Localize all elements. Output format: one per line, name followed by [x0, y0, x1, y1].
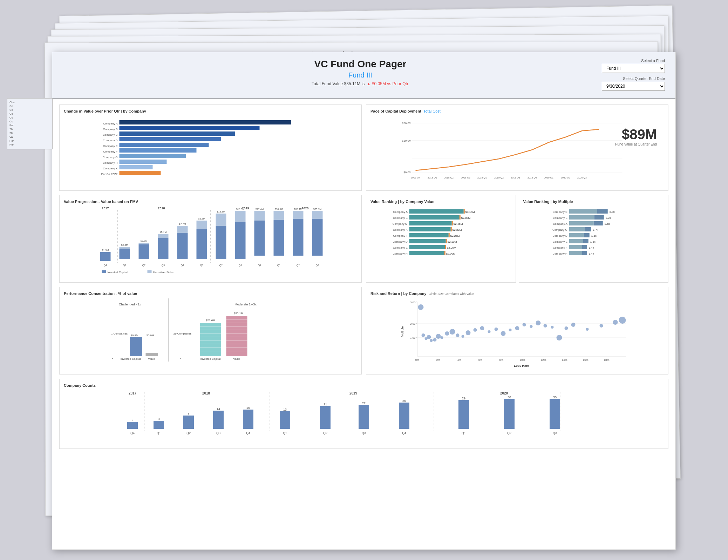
svg-point-242 — [544, 324, 547, 328]
svg-text:Company B: Company B — [552, 216, 567, 220]
svg-rect-64 — [197, 229, 207, 259]
svg-text:Company A: Company A — [553, 222, 567, 225]
svg-text:16%: 16% — [583, 358, 588, 362]
svg-text:2019 Q4: 2019 Q4 — [528, 176, 537, 179]
change-in-value-panel: Change in Value over Prior Qtr | by Comp… — [59, 104, 362, 191]
svg-text:Q4: Q4 — [181, 264, 184, 267]
svg-point-222 — [427, 335, 431, 339]
svg-rect-158 — [582, 251, 587, 255]
svg-text:Q4: Q4 — [258, 264, 261, 267]
svg-text:Company G: Company G — [103, 156, 118, 159]
svg-text:2019: 2019 — [349, 391, 358, 395]
svg-rect-45 — [100, 252, 111, 261]
svg-text:Company F: Company F — [393, 234, 407, 237]
svg-rect-286 — [458, 400, 469, 429]
svg-text:Q3: Q3 — [162, 264, 165, 267]
svg-text:$13.3M: $13.3M — [217, 210, 225, 213]
svg-point-241 — [536, 321, 541, 325]
fund-select[interactable]: Fund III — [602, 64, 665, 73]
svg-text:Company B: Company B — [393, 216, 408, 220]
svg-rect-72 — [235, 222, 246, 259]
svg-rect-17 — [120, 160, 167, 164]
svg-text:14: 14 — [217, 407, 220, 411]
svg-text:2018: 2018 — [158, 207, 165, 210]
main-content: Change in Value over Prior Qtr | by Comp… — [52, 99, 675, 454]
svg-text:1.4x: 1.4x — [588, 252, 594, 255]
svg-text:0%: 0% — [415, 358, 420, 362]
svg-point-224 — [433, 338, 437, 342]
svg-text:$20.0M: $20.0M — [402, 122, 411, 125]
svg-point-247 — [586, 328, 589, 331]
svg-text:*: * — [112, 357, 113, 360]
svg-text:1 Companies: 1 Companies — [111, 332, 128, 335]
sidebar-item-6: Co — [9, 120, 50, 123]
svg-text:2017 Q4: 2017 Q4 — [411, 176, 420, 179]
svg-rect-164 — [130, 337, 142, 356]
svg-rect-114 — [449, 233, 450, 237]
svg-rect-92 — [102, 270, 106, 273]
svg-text:Q2: Q2 — [323, 431, 327, 435]
svg-rect-283 — [399, 403, 409, 429]
sidebar-item-5: Co — [9, 116, 50, 119]
svg-text:$2.88M: $2.88M — [461, 216, 471, 220]
svg-rect-77 — [254, 211, 265, 221]
svg-text:$1.3M: $1.3M — [102, 249, 109, 251]
svg-text:Q1: Q1 — [157, 431, 161, 435]
svg-rect-80 — [274, 220, 284, 256]
svg-rect-183 — [226, 316, 247, 356]
svg-text:Value: Value — [148, 357, 155, 360]
svg-text:$2.00M: $2.00M — [446, 252, 456, 255]
svg-point-229 — [456, 333, 460, 337]
svg-text:$35.1M: $35.1M — [313, 208, 322, 210]
svg-text:Loss Rate: Loss Rate — [514, 364, 529, 367]
svg-text:Q4: Q4 — [402, 431, 406, 435]
svg-point-239 — [523, 323, 526, 326]
svg-rect-109 — [409, 227, 451, 231]
svg-rect-52 — [139, 244, 149, 259]
svg-text:$3.14M: $3.14M — [465, 210, 475, 214]
svg-text:$0.0M: $0.0M — [403, 171, 411, 174]
svg-rect-137 — [569, 221, 593, 225]
svg-rect-61 — [177, 226, 188, 233]
svg-text:$10.0M: $10.0M — [402, 139, 411, 142]
svg-rect-57 — [158, 234, 169, 238]
sidebar-item-7: Por — [9, 124, 50, 127]
svg-rect-68 — [216, 226, 226, 259]
value-ranking-value-svg: Company A $3.14M Company B $2.88M Compan… — [370, 207, 511, 270]
svg-rect-154 — [582, 245, 587, 249]
rankings-container: Value Ranking | by Company Value Company… — [366, 195, 668, 283]
svg-rect-15 — [120, 148, 197, 153]
svg-text:PortCo ZZZZ: PortCo ZZZZ — [101, 173, 118, 176]
svg-rect-289 — [504, 399, 515, 429]
svg-rect-56 — [158, 238, 169, 259]
svg-text:6%: 6% — [478, 358, 483, 362]
svg-text:Company C: Company C — [552, 210, 567, 214]
svg-text:$35.1M: $35.1M — [294, 208, 302, 210]
svg-text:Company A: Company A — [103, 122, 118, 125]
value-progression-panel: Value Progression - Value based on FMV 2… — [59, 195, 362, 283]
date-selector-group: Select Quarter End Date 9/30/2020 — [588, 76, 665, 91]
svg-rect-102 — [460, 215, 461, 220]
svg-text:2020 Q3: 2020 Q3 — [577, 176, 587, 179]
svg-text:2.00: 2.00 — [410, 322, 416, 325]
svg-text:2019 Q3: 2019 Q3 — [511, 176, 520, 179]
svg-point-220 — [422, 333, 425, 337]
change-in-value-chart: Company A Company B Company C Company D … — [64, 116, 357, 183]
svg-rect-153 — [569, 245, 582, 249]
pace-chart-svg: $20.0M $10.0M $0.0M 2017 Q4 2018 Q1 2018… — [370, 116, 664, 183]
svg-point-234 — [488, 330, 491, 333]
svg-text:Q3: Q3 — [316, 264, 319, 267]
svg-text:$3.8M: $3.8M — [141, 239, 148, 242]
svg-text:8%: 8% — [499, 358, 504, 362]
svg-text:Company G: Company G — [552, 228, 567, 231]
header-subtitle: Total Fund Value $35.11M is ▲ $0.05M vs … — [133, 81, 588, 86]
svg-point-219 — [418, 304, 424, 310]
fund-select-label: Select a Fund — [588, 59, 665, 63]
svg-point-233 — [480, 326, 484, 330]
fund-selector-group: Select a Fund Fund III — [588, 59, 665, 73]
date-select[interactable]: 9/30/2020 — [602, 82, 665, 91]
svg-text:30: 30 — [508, 396, 511, 399]
svg-text:2017: 2017 — [102, 207, 109, 210]
sidebar-item-2: Co — [9, 104, 50, 108]
svg-text:Company F: Company F — [553, 246, 567, 249]
